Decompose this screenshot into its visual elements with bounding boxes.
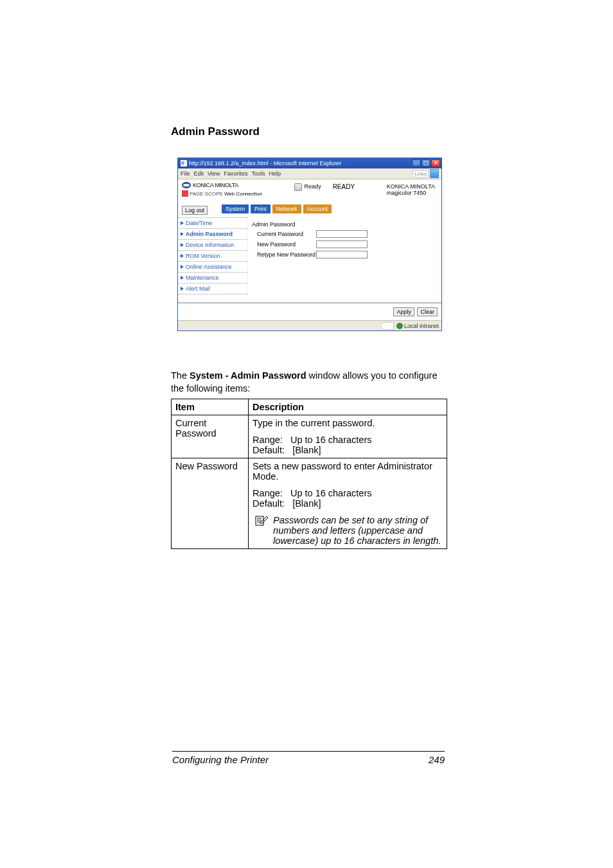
sidebar-item-label: Date/Time [186, 220, 212, 226]
chevron-right-icon [181, 265, 184, 269]
window-title: http://192.168.1.2/a_index.html - Micros… [189, 160, 341, 167]
sidebar-item-device-info[interactable]: Device Information [178, 239, 247, 250]
th-item: Item [172, 399, 249, 415]
desc-default: Default: [Blank] [253, 445, 443, 455]
menu-view[interactable]: View [208, 170, 220, 177]
sidebar-item-label: Maintenance [186, 275, 219, 281]
tab-system[interactable]: System [222, 204, 249, 213]
desc-range: Range: Up to 16 characters [253, 488, 443, 498]
sidebar-item-label: Online Assistance [186, 264, 232, 270]
browser-window: http://192.168.1.2/a_index.html - Micros… [177, 158, 442, 331]
title-bar: http://192.168.1.2/a_index.html - Micros… [178, 158, 441, 168]
table-row: New Password Sets a new password to ente… [172, 458, 447, 549]
cell-desc: Type in the current password. Range: Up … [249, 415, 447, 458]
sidebar-item-maintenance[interactable]: Maintenance [178, 272, 247, 283]
intro-text: The System - Admin Password window allow… [171, 370, 447, 395]
chevron-right-icon [181, 221, 184, 225]
ready-big: READY [333, 183, 355, 190]
menu-help[interactable]: Help [269, 170, 281, 177]
maximize-button[interactable]: ▢ [422, 159, 431, 167]
current-password-input[interactable] [316, 230, 368, 238]
pagescope-icon [182, 190, 188, 197]
form-heading: Admin Password [252, 221, 438, 228]
chevron-right-icon [181, 276, 184, 280]
desc-default: Default: [Blank] [253, 498, 443, 509]
footer-section: Configuring the Printer [172, 754, 269, 765]
status-zone-text: Local intranet [404, 323, 439, 329]
info-brand: KONICA MINOLTA [387, 183, 435, 190]
sidebar-item-label: Admin Password [186, 231, 233, 237]
minimize-button[interactable]: – [412, 159, 421, 167]
desc-line: Sets a new password to enter Administrat… [253, 461, 443, 482]
brand-logo-icon [182, 182, 191, 188]
brand-text: KONICA MINOLTA [193, 182, 238, 188]
desc-range: Range: Up to 16 characters [253, 435, 443, 445]
cell-item: New Password [172, 458, 249, 549]
menu-favorites[interactable]: Favorites [224, 170, 247, 177]
page-heading: Admin Password [171, 125, 447, 138]
info-model: magicolor 7450 [387, 190, 435, 196]
ie-icon [181, 160, 187, 167]
intro-bold: System - Admin Password [190, 370, 306, 381]
logout-button[interactable]: Log out [182, 206, 208, 215]
ready-small: Ready [305, 183, 321, 190]
clear-button[interactable]: Clear [417, 307, 438, 316]
chevron-right-icon [181, 232, 184, 236]
desc-line: Type in the current password. [253, 418, 443, 428]
chevron-right-icon [181, 287, 184, 291]
apply-button[interactable]: Apply [393, 307, 414, 316]
sidebar-item-alert-mail[interactable]: Alert Mail [178, 283, 247, 294]
sidebar-item-admin-password[interactable]: Admin Password [178, 228, 247, 239]
cell-desc: Sets a new password to enter Administrat… [249, 458, 447, 549]
note-text: Passwords can be set to any string of nu… [273, 515, 443, 546]
new-password-input[interactable] [316, 240, 368, 248]
main-form: Admin Password Current Password New Pass… [247, 217, 441, 294]
page-footer: Configuring the Printer 249 [172, 751, 445, 765]
description-table: Item Description Current Password Type i… [171, 399, 447, 549]
menu-tools[interactable]: Tools [251, 170, 265, 177]
label-retype-password: Retype New Password [252, 251, 316, 258]
sidebar: Date/Time Admin Password Device Informat… [178, 217, 247, 294]
tab-network[interactable]: Network [272, 204, 301, 213]
menu-edit[interactable]: Edit [194, 170, 204, 177]
note-icon [255, 515, 269, 527]
sidebar-item-label: Device Information [186, 242, 234, 248]
pagescope-prefix: PAGE SCOPE [190, 191, 223, 197]
sidebar-item-rom-version[interactable]: ROM Version [178, 250, 247, 261]
tab-account[interactable]: Account [303, 204, 332, 213]
intro-prefix: The [171, 370, 190, 381]
close-button[interactable]: ✕ [431, 159, 440, 167]
printer-icon [294, 183, 302, 191]
chevron-right-icon [181, 243, 184, 247]
pagescope-text: Web Connection [224, 191, 262, 197]
sidebar-item-label: ROM Version [186, 253, 220, 259]
table-row: Current Password Type in the current pas… [172, 415, 447, 458]
page-number: 249 [429, 754, 445, 765]
tab-print[interactable]: Print [251, 204, 271, 213]
screenshot: http://192.168.1.2/a_index.html - Micros… [177, 158, 447, 331]
zone-icon [396, 323, 403, 329]
menu-bar: File Edit View Favorites Tools Help Link… [178, 168, 441, 179]
retype-password-input[interactable] [316, 251, 368, 258]
th-description: Description [249, 399, 447, 415]
label-current-password: Current Password [252, 231, 316, 237]
throbber-icon [430, 169, 439, 178]
links-label[interactable]: Links [413, 170, 429, 177]
status-bar: Local intranet [178, 320, 441, 330]
menu-file[interactable]: File [181, 170, 190, 177]
sidebar-item-online-assistance[interactable]: Online Assistance [178, 261, 247, 272]
globe-icon [381, 322, 394, 330]
sidebar-item-datetime[interactable]: Date/Time [178, 217, 247, 228]
sidebar-item-label: Alert Mail [186, 285, 210, 292]
chevron-right-icon [181, 254, 184, 258]
label-new-password: New Password [252, 241, 316, 248]
cell-item: Current Password [172, 415, 249, 458]
